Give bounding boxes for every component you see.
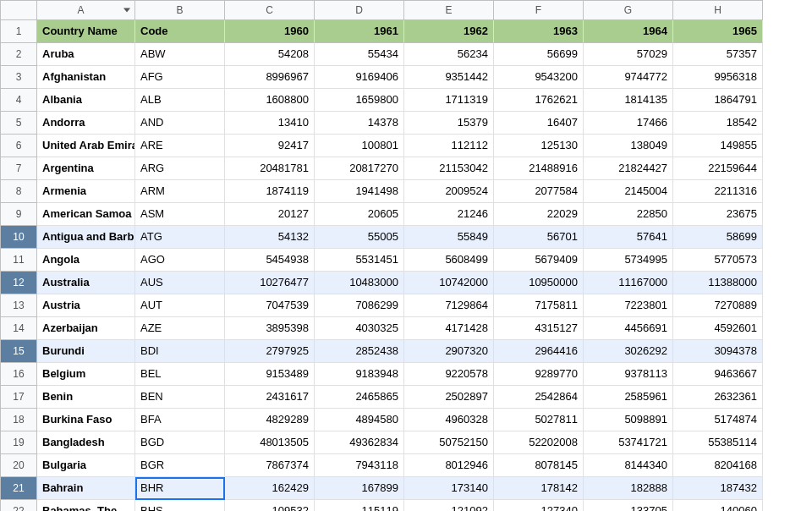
filter-icon[interactable]: [123, 8, 130, 13]
data-cell[interactable]: BEL: [135, 363, 225, 386]
data-cell[interactable]: BFA: [135, 409, 225, 431]
data-cell[interactable]: 56234: [404, 43, 494, 66]
data-cell[interactable]: 115119: [315, 500, 404, 511]
data-cell[interactable]: 23675: [673, 203, 763, 226]
row-header-18[interactable]: 18: [0, 409, 37, 431]
data-cell[interactable]: 14378: [315, 112, 404, 135]
data-cell[interactable]: BEN: [135, 386, 225, 409]
row-header-2[interactable]: 2: [0, 43, 37, 66]
data-cell[interactable]: 8012946: [404, 454, 494, 477]
data-cell[interactable]: Azerbaijan: [37, 317, 135, 340]
data-cell[interactable]: 3026292: [584, 340, 673, 363]
data-cell[interactable]: Armenia: [37, 180, 135, 203]
row-header-4[interactable]: 4: [0, 89, 37, 112]
data-cell[interactable]: 100801: [315, 135, 404, 157]
data-cell[interactable]: 1941498: [315, 180, 404, 203]
data-cell[interactable]: 2542864: [494, 386, 584, 409]
row-header-5[interactable]: 5: [0, 112, 37, 135]
row-header-6[interactable]: 6: [0, 135, 37, 157]
data-cell[interactable]: ABW: [135, 43, 225, 66]
data-cell[interactable]: 9378113: [584, 363, 673, 386]
data-cell[interactable]: 2077584: [494, 180, 584, 203]
data-cell[interactable]: 5608499: [404, 249, 494, 272]
data-cell[interactable]: 4829289: [225, 409, 315, 431]
data-cell[interactable]: 127340: [494, 500, 584, 511]
data-cell[interactable]: 3895398: [225, 317, 315, 340]
data-cell[interactable]: 5098891: [584, 409, 673, 431]
data-cell[interactable]: 7175811: [494, 294, 584, 317]
data-cell[interactable]: 7223801: [584, 294, 673, 317]
data-cell[interactable]: 5027811: [494, 409, 584, 431]
header-cell[interactable]: Country Name: [37, 20, 135, 43]
data-cell[interactable]: AZE: [135, 317, 225, 340]
data-cell[interactable]: United Arab Emirates: [37, 135, 135, 157]
data-cell[interactable]: 2145004: [584, 180, 673, 203]
data-cell[interactable]: 2907320: [404, 340, 494, 363]
row-header-14[interactable]: 14: [0, 317, 37, 340]
data-cell[interactable]: 2852438: [315, 340, 404, 363]
data-cell[interactable]: 5734995: [584, 249, 673, 272]
data-cell[interactable]: 54132: [225, 226, 315, 249]
data-cell[interactable]: 173140: [404, 477, 494, 500]
data-cell[interactable]: 112112: [404, 135, 494, 157]
data-cell[interactable]: 4171428: [404, 317, 494, 340]
row-header-15[interactable]: 15: [0, 340, 37, 363]
data-cell[interactable]: 4456691: [584, 317, 673, 340]
data-cell[interactable]: AGO: [135, 249, 225, 272]
header-cell[interactable]: 1961: [315, 20, 404, 43]
data-cell[interactable]: 8204168: [673, 454, 763, 477]
column-header-F[interactable]: F: [494, 0, 584, 20]
data-cell[interactable]: 11167000: [584, 272, 673, 294]
data-cell[interactable]: 2632361: [673, 386, 763, 409]
data-cell[interactable]: Burundi: [37, 340, 135, 363]
data-cell[interactable]: 4315127: [494, 317, 584, 340]
header-cell[interactable]: 1963: [494, 20, 584, 43]
data-cell[interactable]: Aruba: [37, 43, 135, 66]
data-cell[interactable]: 4030325: [315, 317, 404, 340]
data-cell[interactable]: 17466: [584, 112, 673, 135]
data-cell[interactable]: 1711319: [404, 89, 494, 112]
column-header-G[interactable]: G: [584, 0, 673, 20]
data-cell[interactable]: 9220578: [404, 363, 494, 386]
row-header-8[interactable]: 8: [0, 180, 37, 203]
data-cell[interactable]: Australia: [37, 272, 135, 294]
data-cell[interactable]: Andorra: [37, 112, 135, 135]
data-cell[interactable]: BGD: [135, 431, 225, 454]
data-cell[interactable]: BHR: [135, 477, 225, 500]
data-cell[interactable]: AFG: [135, 66, 225, 89]
data-cell[interactable]: 133705: [584, 500, 673, 511]
data-cell[interactable]: Albania: [37, 89, 135, 112]
data-cell[interactable]: 7867374: [225, 454, 315, 477]
data-cell[interactable]: Afghanistan: [37, 66, 135, 89]
data-cell[interactable]: Belgium: [37, 363, 135, 386]
data-cell[interactable]: Burkina Faso: [37, 409, 135, 431]
data-cell[interactable]: 9153489: [225, 363, 315, 386]
data-cell[interactable]: 2009524: [404, 180, 494, 203]
data-cell[interactable]: 2211316: [673, 180, 763, 203]
column-header-D[interactable]: D: [315, 0, 404, 20]
data-cell[interactable]: AND: [135, 112, 225, 135]
row-header-10[interactable]: 10: [0, 226, 37, 249]
data-cell[interactable]: 9956318: [673, 66, 763, 89]
data-cell[interactable]: 2964416: [494, 340, 584, 363]
header-cell[interactable]: 1960: [225, 20, 315, 43]
data-cell[interactable]: 9351442: [404, 66, 494, 89]
data-cell[interactable]: 1864791: [673, 89, 763, 112]
data-cell[interactable]: 138049: [584, 135, 673, 157]
data-cell[interactable]: 56701: [494, 226, 584, 249]
header-cell[interactable]: 1962: [404, 20, 494, 43]
data-cell[interactable]: 9183948: [315, 363, 404, 386]
data-cell[interactable]: Bulgaria: [37, 454, 135, 477]
data-cell[interactable]: 55849: [404, 226, 494, 249]
data-cell[interactable]: 5531451: [315, 249, 404, 272]
row-header-17[interactable]: 17: [0, 386, 37, 409]
data-cell[interactable]: 9463667: [673, 363, 763, 386]
data-cell[interactable]: 4592601: [673, 317, 763, 340]
column-header-H[interactable]: H: [673, 0, 763, 20]
data-cell[interactable]: 1659800: [315, 89, 404, 112]
data-cell[interactable]: 15379: [404, 112, 494, 135]
row-header-3[interactable]: 3: [0, 66, 37, 89]
data-cell[interactable]: 178142: [494, 477, 584, 500]
data-cell[interactable]: 182888: [584, 477, 673, 500]
data-cell[interactable]: 2797925: [225, 340, 315, 363]
